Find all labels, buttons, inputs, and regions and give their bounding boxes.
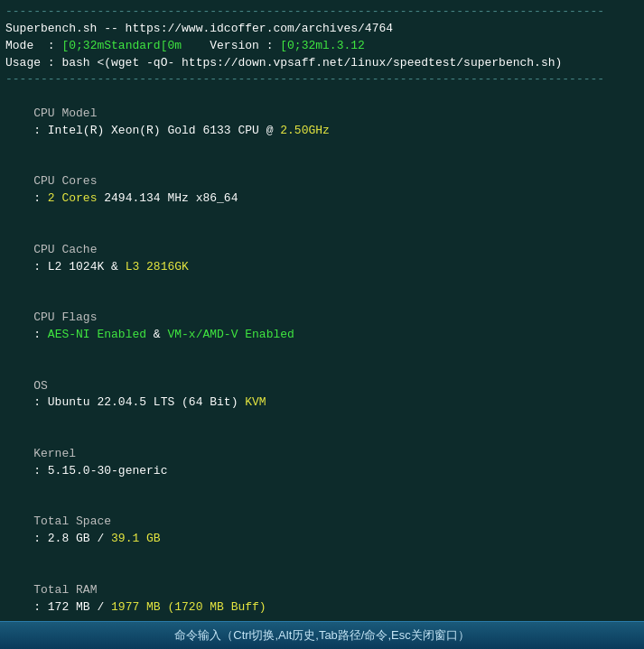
kernel-line: Kernel : 5.15.0-30-generic <box>5 429 639 496</box>
cpu-model-line: CPU Model : Intel(R) Xeon(R) Gold 6133 C… <box>5 88 639 156</box>
bottom-bar: 命令输入（Ctrl切换,Alt历史,Tab路径/命令,Esc关闭窗口） <box>0 621 644 649</box>
header-line2: Mode : [0;32mStandard[0m Version : [0;32… <box>5 38 639 55</box>
cpu-cores-line: CPU Cores : 2 Cores 2494.134 MHz x86_64 <box>5 157 639 225</box>
os-line: OS : Ubuntu 22.04.5 LTS (64 Bit) KVM <box>5 361 639 429</box>
divider-top: ----------------------------------------… <box>5 4 639 21</box>
bottom-bar-text: 命令输入（Ctrl切换,Alt历史,Tab路径/命令,Esc关闭窗口） <box>174 628 469 642</box>
divider-1: ----------------------------------------… <box>5 71 639 88</box>
total-space-line: Total Space : 2.8 GB / 39.1 GB <box>5 496 639 564</box>
header-line1: Superbench.sh -- https://www.idcoffer.co… <box>5 21 639 38</box>
header-line3: Usage : bash <(wget -qO- https://down.vp… <box>5 55 639 72</box>
cpu-cache-line: CPU Cache : L2 1024K & L3 2816GK <box>5 225 639 292</box>
terminal: ----------------------------------------… <box>0 0 644 649</box>
cpu-flags-line: CPU Flags : AES-NI Enabled & VM-x/AMD-V … <box>5 292 639 360</box>
